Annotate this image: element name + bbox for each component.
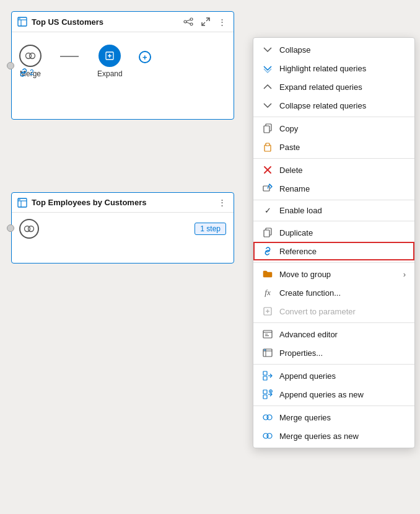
collapse-label: Collapse [279,45,406,55]
advanced-editor-label: Advanced editor [279,330,406,339]
table-icon-top [17,16,28,27]
append-icon [262,370,273,381]
menu-item-advanced-editor[interactable]: Advanced editor [253,325,414,343]
link-badge: 2 [19,68,34,77]
convert-param-label: Convert to parameter [279,307,406,316]
menu-item-copy[interactable]: Copy [253,119,414,138]
svg-rect-31 [264,230,269,237]
menu-item-expand-related[interactable]: Expand related queries [253,78,414,96]
menu-item-convert-param[interactable]: Convert to parameter [253,302,414,321]
menu-item-properties[interactable]: Properties... [253,343,414,362]
context-menu: Collapse Highlight related queries Expan… [253,37,415,448]
menu-item-append-queries-new[interactable]: Append queries as new [253,385,414,404]
menu-item-merge-queries-new[interactable]: Merge queries as new [253,427,414,445]
menu-item-create-function[interactable]: fx Create function... [253,283,414,302]
svg-rect-19 [19,199,20,200]
separator-3 [253,200,414,200]
svg-point-4 [184,20,186,23]
card-header-top: Top US Customers [12,12,234,32]
card-header-bottom: Top Employees by Customers ⋮ [12,193,234,213]
card-body-bottom: 1 step [12,213,234,245]
editor-icon [262,329,273,340]
card-title-top: Top US Customers [32,17,177,27]
svg-rect-42 [264,349,266,351]
enable-load-label: Enable load [279,206,406,215]
menu-item-highlight[interactable]: Highlight related queries [253,59,414,78]
merge-circle-bottom [19,219,39,239]
collapse-related-icon [262,100,273,111]
collapse-related-label: Collapse related queries [279,101,406,110]
paste-icon [262,141,273,153]
reference-icon [262,246,273,257]
copy-icon [262,123,273,134]
left-connector-bottom [7,224,14,232]
svg-point-5 [190,18,193,20]
menu-item-collapse[interactable]: Collapse [253,40,414,59]
svg-point-21 [28,226,34,232]
fx-icon: fx [262,287,273,298]
highlight-label: Highlight related queries [279,64,406,73]
svg-rect-47 [263,395,267,399]
plus-connector[interactable]: + [139,51,151,63]
menu-item-duplicate[interactable]: Duplicate [253,223,414,242]
table-icon-bottom [17,197,28,208]
menu-item-delete[interactable]: Delete [253,161,414,179]
duplicate-icon [262,227,273,238]
separator-8 [253,405,414,406]
svg-point-12 [30,53,35,59]
menu-item-move-to-group[interactable]: Move to group › [253,265,414,283]
create-function-label: Create function... [279,288,406,298]
menu-item-append-queries[interactable]: Append queries [253,366,414,385]
svg-rect-43 [263,371,267,375]
svg-line-8 [186,22,190,24]
properties-icon [262,347,273,358]
header-actions-top: ⋮ [181,16,229,28]
step-badge: 1 step [195,223,226,235]
highlight-icon [262,63,273,74]
expand-btn[interactable] [198,16,213,28]
svg-rect-3 [19,18,20,19]
delete-icon [262,164,273,175]
more-btn-bottom[interactable]: ⋮ [216,197,229,208]
menu-item-rename[interactable]: Rename [253,179,414,198]
separator-4 [253,221,414,221]
query-card-bottom: Top Employees by Customers ⋮ 1 step [11,192,234,264]
properties-label: Properties... [279,348,406,358]
separator-7 [253,364,414,365]
menu-item-merge-queries[interactable]: Merge queries [253,408,414,427]
rename-label: Rename [279,184,406,193]
param-icon [262,306,273,317]
submenu-arrow: › [403,270,406,279]
menu-item-reference[interactable]: Reference [253,242,414,260]
svg-rect-46 [263,390,267,394]
svg-point-55 [267,433,272,438]
move-to-group-label: Move to group [279,270,397,279]
separator-6 [253,322,414,323]
collapse-icon [262,44,273,55]
separator-1 [253,117,414,117]
append-queries-label: Append queries [279,371,406,381]
connector-line [60,56,79,57]
expand-label: Expand [97,69,123,78]
check-icon: ✓ [262,206,273,215]
expand-circle [98,45,121,67]
menu-item-enable-load[interactable]: ✓ Enable load [253,202,414,219]
merge-queries-new-label: Merge queries as new [279,432,406,441]
svg-point-6 [190,23,193,25]
svg-rect-25 [266,143,269,146]
card-title-bottom: Top Employees by Customers [32,198,212,207]
header-actions-bottom: ⋮ [216,197,229,208]
append-new-icon [262,389,273,400]
rename-icon [262,183,273,194]
expand-node: Expand [97,45,123,78]
paste-label: Paste [279,143,406,152]
merge-queries-label: Merge queries [279,413,406,422]
network-btn[interactable] [181,16,196,28]
separator-5 [253,262,414,263]
query-card-top: Top US Customers [11,11,234,120]
more-btn-top[interactable]: ⋮ [216,16,229,28]
menu-item-collapse-related[interactable]: Collapse related queries [253,96,414,115]
menu-item-paste[interactable]: Paste [253,138,414,156]
append-queries-new-label: Append queries as new [279,390,406,399]
card-body-top: Merge Expand + [12,32,234,84]
